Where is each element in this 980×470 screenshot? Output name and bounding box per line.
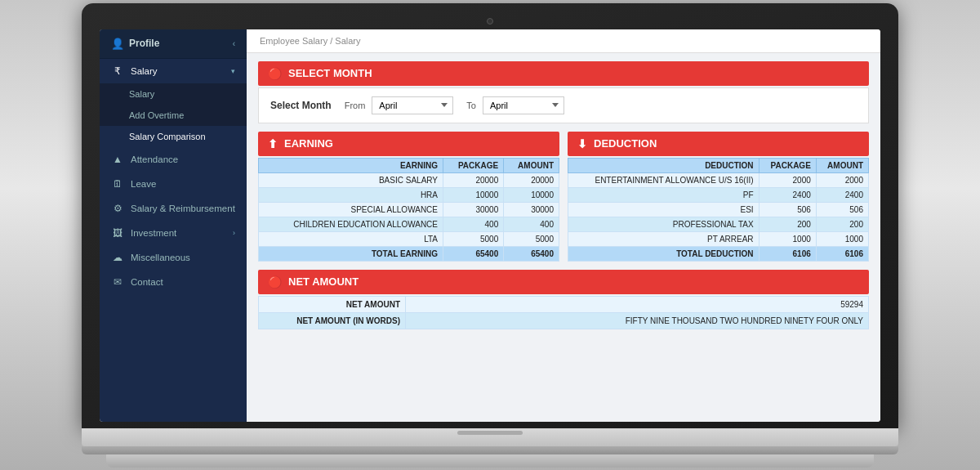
- deduction-row-amount: 2400: [816, 187, 868, 202]
- miscellaneous-icon: ☁: [111, 252, 124, 263]
- profile-label: Profile: [129, 38, 159, 49]
- profile-section: 👤 Profile: [111, 38, 159, 50]
- sidebar-investment-label: Investment: [131, 228, 226, 238]
- laptop-shell: 👤 Profile ‹ ₹ Salary ▾ Salary: [82, 3, 898, 468]
- sidebar-miscellaneous-label: Miscellaneous: [131, 253, 235, 262]
- investment-icon: 🖼: [111, 227, 124, 239]
- deduction-row-package: 2000: [759, 172, 816, 187]
- trackpad: [457, 431, 523, 435]
- attendance-icon: ▲: [111, 154, 124, 165]
- earning-total-row: TOTAL EARNING 65400 65400: [259, 246, 559, 261]
- table-row: PROFESSIONAL TAX 200 200: [568, 217, 869, 231]
- sidebar-item-attendance[interactable]: ▲ Attendance: [100, 147, 247, 172]
- sidebar-leave-label: Leave: [131, 179, 235, 189]
- deduction-row-name: PF: [568, 187, 760, 202]
- table-row: PF 2400 2400: [568, 187, 869, 202]
- to-group: To April JanuaryFebruaryMarch MayJuneJul…: [466, 96, 564, 114]
- sidebar-item-investment[interactable]: 🖼 Investment ›: [100, 221, 247, 245]
- select-month-title: SELECT MONTH: [288, 67, 372, 79]
- earning-header: ⬆ EARNING: [258, 132, 559, 156]
- sidebar-reimbursement-label: Salary & Reimbursement: [131, 204, 235, 213]
- sidebar-item-miscellaneous[interactable]: ☁ Miscellaneous: [100, 245, 247, 270]
- breadcrumb-parent: Employee Salary: [260, 36, 327, 46]
- sidebar-item-contact[interactable]: ✉ Contact: [100, 270, 247, 294]
- from-label: From: [345, 101, 366, 110]
- to-label: To: [466, 101, 476, 110]
- sidebar-contact-label: Contact: [131, 277, 235, 287]
- earning-total-name: TOTAL EARNING: [259, 246, 443, 261]
- deduction-total-name: TOTAL DEDUCTION: [568, 246, 760, 261]
- laptop-base: [82, 428, 898, 446]
- earning-row-name: BASIC SALARY: [259, 172, 443, 187]
- table-row: LTA 5000 5000: [259, 231, 559, 246]
- net-amount-label: NET AMOUNT (IN WORDS): [259, 312, 406, 329]
- deduction-row-package: 2400: [759, 187, 816, 202]
- earning-row-package: 10000: [443, 187, 504, 202]
- sidebar-item-salary-sub[interactable]: Salary: [100, 83, 247, 105]
- earning-row-name: CHILDREN EDUCATION ALLOWANCE: [259, 217, 443, 231]
- topbar: Employee Salary / Salary: [247, 29, 880, 53]
- deduction-row-package: 506: [759, 202, 816, 217]
- sidebar-item-salary-comparison[interactable]: Salary Comparison: [100, 126, 247, 147]
- screen: 👤 Profile ‹ ₹ Salary ▾ Salary: [100, 29, 880, 422]
- sidebar-item-salary[interactable]: ₹ Salary ▾: [100, 59, 247, 83]
- earning-col-amount: AMOUNT: [504, 158, 559, 172]
- deduction-total-package: 6106: [759, 246, 816, 261]
- net-amount-title: NET AMOUNT: [288, 275, 359, 288]
- deduction-row-amount: 506: [816, 202, 868, 217]
- deduction-row-amount: 1000: [816, 231, 868, 246]
- earning-row-amount: 30000: [504, 202, 559, 217]
- earning-row-name: HRA: [259, 187, 443, 202]
- table-row: ENTERTAINMENT ALLOWANCE U/S 16(II) 2000 …: [568, 172, 869, 187]
- table-row: CHILDREN EDUCATION ALLOWANCE 400 400: [259, 217, 559, 231]
- earning-col-name: EARNING: [259, 158, 443, 172]
- profile-chevron-icon: ‹: [233, 39, 235, 48]
- tables-row: ⬆ EARNING EARNING PACKAGE AMOUNT: [258, 132, 869, 262]
- from-month-select[interactable]: April JanuaryFebruaryMarch MayJuneJuly A…: [372, 96, 453, 114]
- earning-row-amount: 20000: [504, 172, 559, 187]
- deduction-col-amount: AMOUNT: [816, 158, 868, 172]
- table-row: PT ARREAR 1000 1000: [568, 231, 869, 246]
- deduction-title: DEDUCTION: [594, 137, 657, 150]
- deduction-section: ⬇ DEDUCTION DEDUCTION PACKAGE AMOUNT: [568, 132, 869, 262]
- sidebar-profile[interactable]: 👤 Profile ‹: [100, 29, 247, 59]
- sidebar-item-add-overtime[interactable]: Add Overtime: [100, 105, 247, 126]
- to-month-select[interactable]: April JanuaryFebruaryMarch MayJuneJuly A…: [483, 96, 564, 114]
- profile-icon: 👤: [111, 38, 124, 50]
- earning-row-name: LTA: [259, 231, 443, 246]
- deduction-col-name: DEDUCTION: [568, 158, 760, 172]
- earning-row-amount: 10000: [504, 187, 559, 202]
- deduction-row-name: ENTERTAINMENT ALLOWANCE U/S 16(II): [568, 172, 760, 187]
- earning-row-package: 5000: [443, 231, 504, 246]
- deduction-row-package: 1000: [759, 231, 816, 246]
- earning-row-amount: 5000: [504, 231, 559, 246]
- earning-row-name: SPECIAL ALLOWANCE: [259, 202, 443, 217]
- salary-icon: ₹: [111, 65, 124, 77]
- select-month-icon: 🔴: [268, 67, 282, 80]
- net-amount-row: NET AMOUNT (IN WORDS) FIFTY NINE THOUSAN…: [259, 312, 869, 329]
- table-row: ESI 506 506: [568, 202, 869, 217]
- net-amount-value: 59294: [406, 296, 869, 312]
- net-amount-value: FIFTY NINE THOUSAND TWO HUNDRED NINETY F…: [406, 312, 869, 329]
- deduction-row-package: 200: [759, 217, 816, 231]
- from-group: From April JanuaryFebruaryMarch MayJuneJ…: [345, 96, 454, 114]
- main-content: Employee Salary / Salary 🔴 SELECT MONTH …: [247, 29, 880, 422]
- earning-total-package: 65400: [443, 246, 504, 261]
- breadcrumb: Employee Salary / Salary: [260, 36, 361, 46]
- earning-row-amount: 400: [504, 217, 559, 231]
- net-amount-header: 🔴 NET AMOUNT: [258, 270, 869, 294]
- contact-icon: ✉: [111, 276, 124, 288]
- sidebar-item-leave[interactable]: 🗓 Leave: [100, 172, 247, 196]
- breadcrumb-current: Salary: [335, 36, 360, 46]
- deduction-row-name: PT ARREAR: [568, 231, 760, 246]
- deduction-total-amount: 6106: [816, 246, 868, 261]
- net-amount-row: NET AMOUNT 59294: [259, 296, 869, 312]
- sidebar-item-salary-reimbursement[interactable]: ⚙ Salary & Reimbursement: [100, 196, 247, 221]
- sidebar-menu: ₹ Salary ▾ Salary Add Overtime Salary Co…: [100, 59, 247, 422]
- deduction-icon: ⬇: [577, 137, 587, 150]
- select-month-block: Select Month From April JanuaryFebruaryM…: [258, 87, 869, 123]
- net-amount-table: NET AMOUNT 59294 NET AMOUNT (IN WORDS) F…: [258, 296, 869, 329]
- laptop-hinge: [82, 446, 898, 454]
- deduction-row-name: ESI: [568, 202, 760, 217]
- sidebar-salary-label: Salary: [131, 66, 225, 76]
